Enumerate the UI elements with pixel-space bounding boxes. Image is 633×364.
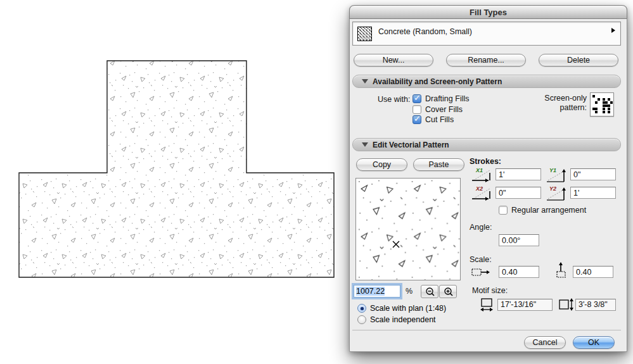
radio-scale-independent[interactable]: Scale independent bbox=[357, 315, 436, 324]
paste-button[interactable]: Paste bbox=[413, 158, 464, 171]
section-availability-title: Availability and Screen-only Pattern bbox=[373, 77, 502, 86]
checkbox-icon[interactable] bbox=[412, 105, 421, 114]
zoom-in-button[interactable] bbox=[439, 285, 457, 298]
concrete-filled-region[interactable] bbox=[0, 0, 345, 364]
radio-scale-with-plan[interactable]: Scale with plan (1:48) bbox=[357, 304, 446, 313]
checkbox-cover-fills[interactable]: Cover Fills bbox=[412, 105, 463, 114]
motif-height-icon bbox=[558, 298, 575, 315]
cancel-button[interactable]: Cancel bbox=[524, 336, 566, 349]
section-edit-vectorial[interactable]: Edit Vectorial Pattern bbox=[352, 138, 621, 151]
footer-separator bbox=[352, 330, 621, 330]
checkbox-label: Cover Fills bbox=[425, 105, 463, 114]
copy-button[interactable]: Copy bbox=[356, 158, 407, 171]
vectorial-pattern-preview[interactable] bbox=[355, 178, 461, 280]
scale-y-icon bbox=[555, 261, 568, 281]
y1-input[interactable] bbox=[570, 168, 616, 180]
new-button[interactable]: New... bbox=[354, 54, 433, 66]
motif-width-icon bbox=[480, 298, 495, 315]
checkbox-label: Cut Fills bbox=[425, 115, 454, 124]
fill-types-dialog: Fill Types Concrete (Random, Small) New.… bbox=[349, 5, 627, 352]
selected-fill-name: Concrete (Random, Small) bbox=[378, 27, 472, 36]
x2-input[interactable] bbox=[496, 187, 541, 199]
disclosure-triangle-icon bbox=[362, 79, 368, 84]
checkbox-icon[interactable] bbox=[412, 94, 421, 103]
scale-x-input[interactable] bbox=[499, 266, 539, 278]
checkbox-icon[interactable] bbox=[499, 206, 508, 215]
submenu-arrow-icon bbox=[611, 28, 615, 33]
radio-label: Scale with plan (1:48) bbox=[370, 304, 446, 313]
radio-icon[interactable] bbox=[357, 315, 366, 324]
strokes-label: Strokes: bbox=[470, 157, 501, 166]
zoom-percent-value: 1007.22 bbox=[356, 287, 385, 296]
motif-size-label: Motif size: bbox=[472, 286, 508, 295]
checkbox-label: Drafting Fills bbox=[425, 94, 469, 103]
percent-label: % bbox=[406, 287, 412, 296]
x1-stroke-icon: X1 bbox=[471, 166, 494, 185]
x1-input[interactable] bbox=[496, 168, 541, 180]
scale-label: Scale: bbox=[470, 255, 492, 264]
ok-button[interactable]: OK bbox=[573, 336, 615, 349]
motif-width-value: 17'-13/16" bbox=[497, 299, 553, 311]
screen-only-label-1: Screen-only bbox=[494, 94, 587, 103]
dialog-title: Fill Types bbox=[349, 5, 627, 19]
section-availability[interactable]: Availability and Screen-only Pattern bbox=[352, 75, 621, 88]
fill-thumbnail-icon bbox=[357, 27, 372, 41]
delete-button[interactable]: Delete bbox=[539, 54, 618, 66]
screen-only-label-2: pattern: bbox=[494, 103, 587, 112]
zoom-out-button[interactable] bbox=[421, 285, 438, 298]
angle-label: Angle: bbox=[470, 223, 492, 232]
angle-input[interactable] bbox=[499, 234, 539, 246]
x2-stroke-icon: X2 bbox=[471, 185, 494, 204]
checkbox-label: Regular arrangement bbox=[511, 206, 586, 215]
motif-height-value: 3'-8 3/8" bbox=[575, 299, 616, 311]
scale-x-icon bbox=[471, 267, 491, 281]
scale-y-input[interactable] bbox=[573, 266, 613, 278]
y1-stroke-icon: Y1 bbox=[546, 166, 568, 185]
radio-label: Scale independent bbox=[370, 315, 436, 324]
rename-button[interactable]: Rename... bbox=[446, 54, 526, 66]
fill-selector-popup[interactable]: Concrete (Random, Small) bbox=[352, 22, 621, 46]
checkbox-icon[interactable] bbox=[412, 115, 421, 124]
radio-icon[interactable] bbox=[357, 304, 366, 313]
svg-text:Y2: Y2 bbox=[549, 185, 556, 192]
y2-stroke-icon: Y2 bbox=[546, 185, 568, 204]
checkbox-cut-fills[interactable]: Cut Fills bbox=[412, 115, 454, 124]
svg-text:X2: X2 bbox=[475, 185, 483, 192]
disclosure-triangle-icon bbox=[362, 142, 368, 147]
y2-input[interactable] bbox=[570, 187, 616, 199]
drawing-canvas[interactable] bbox=[0, 0, 345, 364]
screen-only-pattern-preview[interactable] bbox=[590, 92, 614, 116]
checkbox-drafting-fills[interactable]: Drafting Fills bbox=[412, 94, 469, 103]
svg-text:X1: X1 bbox=[475, 167, 483, 173]
use-with-label: Use with: bbox=[378, 95, 410, 104]
zoom-percent-input[interactable]: 1007.22 bbox=[354, 285, 400, 298]
section-edit-title: Edit Vectorial Pattern bbox=[373, 141, 449, 149]
checkbox-regular-arrangement[interactable]: Regular arrangement bbox=[499, 206, 586, 215]
svg-text:Y1: Y1 bbox=[549, 167, 556, 173]
